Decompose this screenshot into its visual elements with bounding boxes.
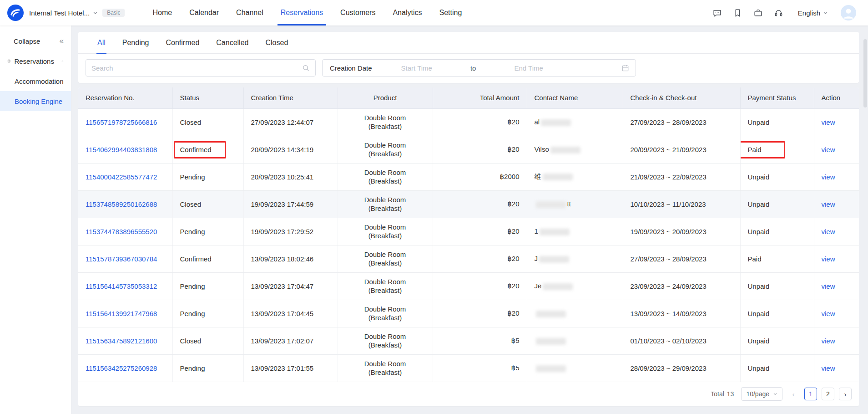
cell-checkin-checkout: 13/09/2023 ~ 14/09/2023 bbox=[623, 300, 740, 327]
column-header-payment-status: Payment Status bbox=[740, 87, 814, 108]
tab-all[interactable]: All bbox=[96, 32, 106, 54]
column-header-reservation-no: Reservation No. bbox=[78, 87, 172, 108]
product-text: Double Room (Breakfast) bbox=[360, 305, 411, 322]
avatar[interactable] bbox=[841, 5, 856, 20]
reservation-no-link[interactable]: 1151578739367030784 bbox=[86, 255, 157, 263]
view-link[interactable]: view bbox=[822, 118, 835, 126]
reservation-no-link[interactable]: 1151563425275260928 bbox=[86, 364, 157, 372]
cell-status: Pending bbox=[172, 218, 243, 245]
cell-action: view bbox=[814, 136, 859, 163]
cell-reservation-no: 1151563425275260928 bbox=[78, 354, 172, 382]
reservation-no-link[interactable]: 1154062994403831808 bbox=[86, 146, 157, 153]
nav-analytics[interactable]: Analytics bbox=[384, 0, 430, 26]
cell-payment-status: Unpaid bbox=[740, 300, 814, 327]
language-selector[interactable]: English bbox=[798, 9, 828, 17]
briefcase-button[interactable] bbox=[752, 7, 764, 19]
status-text: Pending bbox=[180, 310, 205, 317]
reservation-no-link[interactable]: 1153748589250162688 bbox=[86, 200, 157, 208]
scrollbar-thumb[interactable] bbox=[863, 39, 867, 107]
view-link[interactable]: view bbox=[822, 282, 835, 290]
product-text: Double Room (Breakfast) bbox=[360, 223, 411, 240]
message-icon bbox=[712, 8, 722, 18]
end-time-field[interactable]: End Time bbox=[514, 64, 543, 72]
contact-name-prefix: al bbox=[535, 118, 540, 126]
sidebar-item-accommodation[interactable]: Accommodation bbox=[0, 71, 71, 91]
bookmark-button[interactable] bbox=[732, 7, 743, 19]
product-text: Double Room (Breakfast) bbox=[360, 113, 411, 131]
status-text: Pending bbox=[180, 173, 205, 181]
page-button-2[interactable]: 2 bbox=[822, 388, 834, 400]
cell-reservation-no: 1151564139921747968 bbox=[78, 300, 172, 327]
cell-product: Double Room (Breakfast) bbox=[338, 245, 433, 272]
reservation-no-link[interactable]: 1156571978725666816 bbox=[86, 118, 157, 126]
nav-setting[interactable]: Setting bbox=[430, 0, 470, 26]
cell-total-amount: ฿2000 bbox=[433, 163, 527, 190]
view-link[interactable]: view bbox=[822, 337, 835, 345]
cell-contact-name bbox=[527, 354, 623, 382]
page-size-value: 10/page bbox=[746, 390, 769, 398]
payment-status-text: Unpaid bbox=[748, 228, 770, 235]
sidebar-group-reservations[interactable]: Reservations bbox=[0, 51, 71, 71]
view-link[interactable]: view bbox=[822, 364, 835, 372]
cell-total-amount: ฿20 bbox=[433, 136, 527, 163]
sidebar-item-booking-engine[interactable]: Booking Engine bbox=[0, 91, 71, 111]
cell-product: Double Room (Breakfast) bbox=[338, 108, 433, 136]
page-size-select[interactable]: 10/page bbox=[741, 387, 782, 401]
tab-closed[interactable]: Closed bbox=[264, 32, 289, 54]
message-button[interactable] bbox=[712, 7, 723, 19]
hotel-selector[interactable]: Internal Test Hotel... bbox=[29, 9, 98, 17]
app-logo[interactable] bbox=[7, 5, 24, 21]
start-time-field[interactable]: Start Time bbox=[401, 64, 432, 72]
cell-status: Closed bbox=[172, 108, 243, 136]
view-link[interactable]: view bbox=[822, 146, 835, 153]
chevron-down-icon bbox=[773, 392, 777, 396]
next-page-button[interactable]: › bbox=[839, 388, 852, 400]
nav-channel[interactable]: Channel bbox=[227, 0, 272, 26]
tab-pending[interactable]: Pending bbox=[121, 32, 150, 54]
cell-action: view bbox=[814, 218, 859, 245]
page-button-1[interactable]: 1 bbox=[804, 388, 817, 400]
reservation-no-link[interactable]: 1151563475892121600 bbox=[86, 337, 157, 345]
creation-date-range-picker[interactable]: Creation Date Start Time to End Time bbox=[322, 59, 636, 77]
reservation-no-link[interactable]: 1151564145735053312 bbox=[86, 282, 157, 290]
reservation-no-link[interactable]: 1153744783896555520 bbox=[86, 228, 157, 235]
cell-payment-status: Unpaid bbox=[740, 163, 814, 190]
view-link[interactable]: view bbox=[822, 228, 835, 235]
view-link[interactable]: view bbox=[822, 173, 835, 181]
view-link[interactable]: view bbox=[822, 310, 835, 317]
reservation-no-link[interactable]: 1154000422585577472 bbox=[86, 173, 157, 181]
cell-payment-status: Paid bbox=[740, 245, 814, 272]
total-value: 13 bbox=[727, 390, 734, 398]
view-link[interactable]: view bbox=[822, 200, 835, 208]
table-row: 1154062994403831808 Confirmed 20/09/2023… bbox=[78, 136, 859, 163]
cell-action: view bbox=[814, 190, 859, 218]
table-row: 1153744783896555520 Pending 19/09/2023 1… bbox=[78, 218, 859, 245]
column-header-checkin-checkout: Check-in & Check-out bbox=[623, 87, 740, 108]
cell-checkin-checkout: 19/09/2023 ~ 20/09/2023 bbox=[623, 218, 740, 245]
table-row: 1154000422585577472 Pending 20/09/2023 1… bbox=[78, 163, 859, 190]
tab-confirmed[interactable]: Confirmed bbox=[165, 32, 201, 54]
redacted-name-blur bbox=[539, 256, 569, 263]
cell-action: view bbox=[814, 354, 859, 382]
cell-contact-name bbox=[527, 327, 623, 354]
collapse-button[interactable]: Collapse « bbox=[0, 31, 71, 51]
cell-contact-name bbox=[527, 300, 623, 327]
previous-page-button[interactable]: ‹ bbox=[787, 388, 800, 400]
reservation-no-link[interactable]: 1151564139921747968 bbox=[86, 310, 157, 317]
cell-status: Pending bbox=[172, 300, 243, 327]
nav-home[interactable]: Home bbox=[144, 0, 181, 26]
nav-customers[interactable]: Customers bbox=[332, 0, 384, 26]
product-text: Double Room (Breakfast) bbox=[360, 359, 411, 377]
view-link[interactable]: view bbox=[822, 255, 835, 263]
support-button[interactable] bbox=[773, 7, 784, 19]
cell-payment-status: Unpaid bbox=[740, 190, 814, 218]
cell-product: Double Room (Breakfast) bbox=[338, 163, 433, 190]
search-input[interactable] bbox=[91, 64, 302, 72]
cell-reservation-no: 1153748589250162688 bbox=[78, 190, 172, 218]
tab-cancelled[interactable]: Cancelled bbox=[215, 32, 249, 54]
nav-reservations[interactable]: Reservations bbox=[272, 0, 332, 26]
payment-status-text: Paid bbox=[748, 146, 762, 153]
nav-calendar[interactable]: Calendar bbox=[181, 0, 227, 26]
cell-product: Double Room (Breakfast) bbox=[338, 272, 433, 300]
cell-checkin-checkout: 10/10/2023 ~ 11/10/2023 bbox=[623, 190, 740, 218]
